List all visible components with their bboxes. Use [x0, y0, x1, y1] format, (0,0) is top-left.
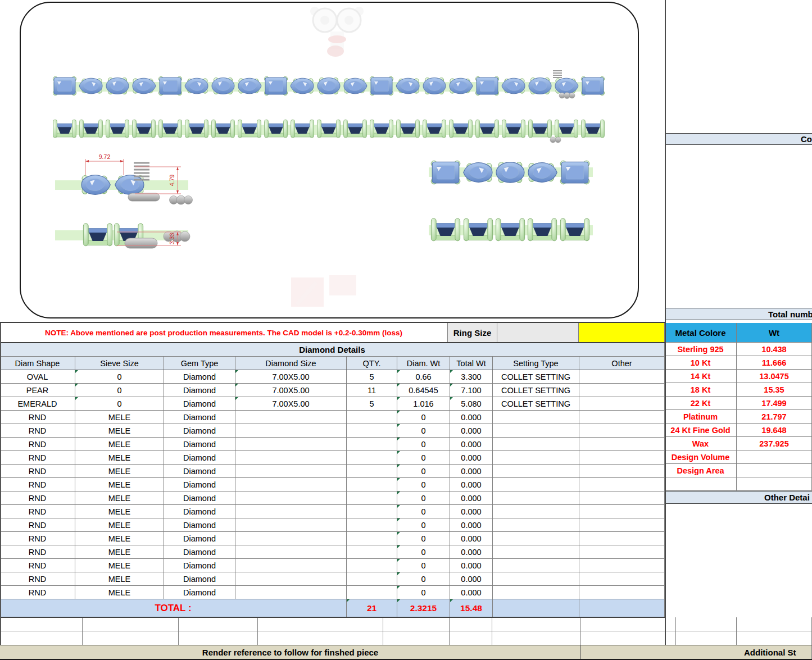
metal-wt-cell[interactable]: 19.648 [737, 424, 812, 437]
metal-name-cell[interactable]: Design Area [665, 464, 737, 477]
table-cell[interactable]: 0.000 [450, 465, 493, 478]
table-cell[interactable] [493, 465, 579, 478]
table-cell[interactable] [579, 438, 665, 451]
empty-cell[interactable] [179, 617, 258, 631]
table-cell[interactable] [493, 559, 579, 572]
table-cell[interactable]: 5.080 [450, 397, 493, 411]
metal-name-cell[interactable]: 10 Kt [665, 356, 737, 370]
metal-name-cell[interactable]: Platinum [665, 410, 737, 424]
table-cell[interactable] [493, 586, 579, 599]
table-cell[interactable] [493, 518, 579, 532]
table-cell[interactable]: 0 [397, 411, 450, 424]
table-cell[interactable]: 0.000 [450, 545, 493, 559]
column-header[interactable]: Other [579, 357, 665, 370]
table-cell[interactable] [347, 518, 397, 532]
table-cell[interactable] [347, 572, 397, 586]
table-cell[interactable]: 3.300 [450, 370, 493, 384]
table-cell[interactable]: MELE [75, 478, 164, 491]
empty-cell[interactable] [737, 617, 812, 631]
table-cell[interactable] [493, 451, 579, 465]
metal-wt-cell[interactable] [737, 464, 812, 477]
empty-cell[interactable] [737, 631, 812, 645]
table-cell[interactable]: Diamond [164, 518, 235, 532]
wt-header[interactable]: Wt [737, 323, 812, 343]
table-cell[interactable] [347, 491, 397, 505]
table-cell[interactable]: 0 [397, 491, 450, 505]
table-cell[interactable] [579, 370, 665, 384]
table-cell[interactable]: 0.000 [450, 572, 493, 586]
table-cell[interactable] [579, 411, 665, 424]
table-cell[interactable]: Diamond [164, 491, 235, 505]
table-cell[interactable] [235, 438, 347, 451]
column-header[interactable]: Diam. Wt [397, 357, 450, 370]
table-cell[interactable]: Diamond [164, 505, 235, 518]
table-cell[interactable] [579, 451, 665, 465]
table-cell[interactable] [579, 518, 665, 532]
table-cell[interactable]: MELE [75, 532, 164, 545]
table-cell[interactable]: MELE [75, 491, 164, 505]
table-cell[interactable]: 0 [75, 370, 164, 384]
metal-wt-cell[interactable] [737, 450, 812, 464]
table-cell[interactable] [347, 411, 397, 424]
table-cell[interactable]: 0 [397, 532, 450, 545]
table-cell[interactable] [347, 465, 397, 478]
table-cell[interactable]: RND [0, 411, 75, 424]
empty-cell[interactable] [0, 617, 83, 631]
table-cell[interactable] [235, 572, 347, 586]
table-cell[interactable]: Diamond [164, 370, 235, 384]
table-cell[interactable]: Diamond [164, 465, 235, 478]
column-header[interactable]: Sieve Size [75, 357, 164, 370]
table-cell[interactable] [347, 438, 397, 451]
table-cell[interactable] [579, 505, 665, 518]
table-cell[interactable]: OVAL [0, 370, 75, 384]
table-cell[interactable] [235, 545, 347, 559]
metal-name-cell[interactable]: Design Volume [665, 450, 737, 464]
table-cell[interactable]: 0.000 [450, 424, 493, 438]
table-cell[interactable]: 0.000 [450, 559, 493, 572]
empty-cell[interactable] [581, 617, 676, 631]
highlight-yellow-cell[interactable] [579, 323, 665, 343]
table-cell[interactable] [493, 438, 579, 451]
table-cell[interactable]: 5 [347, 370, 397, 384]
table-cell[interactable] [235, 411, 347, 424]
metal-wt-cell[interactable]: 15.35 [737, 383, 812, 397]
table-cell[interactable]: 0.000 [450, 451, 493, 465]
table-cell[interactable]: 0 [397, 438, 450, 451]
table-cell[interactable] [235, 465, 347, 478]
table-cell[interactable]: MELE [75, 451, 164, 465]
table-cell[interactable]: Diamond [164, 397, 235, 411]
table-cell[interactable] [493, 505, 579, 518]
table-cell[interactable]: 7.00X5.00 [235, 370, 347, 384]
table-cell[interactable]: 0.66 [397, 370, 450, 384]
table-cell[interactable]: 0.000 [450, 532, 493, 545]
table-cell[interactable] [347, 478, 397, 491]
table-cell[interactable] [579, 384, 665, 397]
note-cell[interactable]: NOTE: Above mentioned are post productio… [0, 323, 448, 343]
empty-cell[interactable] [258, 617, 383, 631]
table-cell[interactable]: MELE [75, 545, 164, 559]
table-cell[interactable] [579, 397, 665, 411]
table-cell[interactable]: Diamond [164, 438, 235, 451]
table-cell[interactable]: RND [0, 491, 75, 505]
column-header[interactable]: Total Wt [450, 357, 493, 370]
table-cell[interactable]: MELE [75, 411, 164, 424]
metal-wt-cell[interactable]: 13.0475 [737, 370, 812, 383]
table-cell[interactable]: RND [0, 545, 75, 559]
metal-wt-cell[interactable]: 17.499 [737, 397, 812, 410]
table-cell[interactable]: MELE [75, 572, 164, 586]
table-cell[interactable]: MELE [75, 505, 164, 518]
empty-cell[interactable] [676, 631, 737, 645]
table-cell[interactable]: RND [0, 478, 75, 491]
table-cell[interactable]: RND [0, 559, 75, 572]
table-cell[interactable]: 0 [397, 586, 450, 599]
table-cell[interactable]: RND [0, 505, 75, 518]
empty-cell[interactable] [179, 631, 258, 645]
table-cell[interactable] [579, 572, 665, 586]
total-wt-cell[interactable]: 15.48 [450, 599, 493, 617]
empty-cell[interactable] [258, 631, 383, 645]
total-diam-wt-cell[interactable]: 2.3215 [397, 599, 450, 617]
table-cell[interactable] [579, 491, 665, 505]
table-cell[interactable]: MELE [75, 518, 164, 532]
metal-name-cell[interactable]: Sterling 925 [665, 343, 737, 356]
total-other-cell[interactable] [579, 599, 665, 617]
